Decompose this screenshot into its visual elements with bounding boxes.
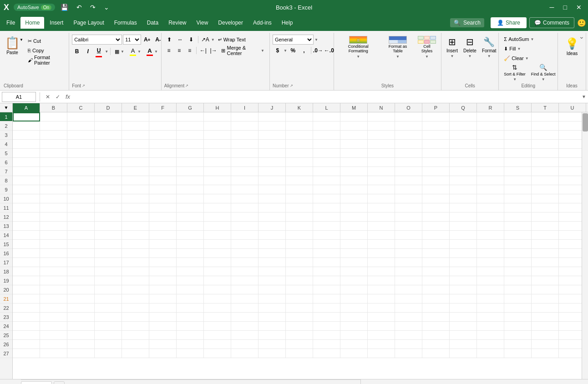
cell-I15[interactable] [231, 240, 259, 249]
menu-page-layout[interactable]: Page Layout [69, 17, 108, 29]
cell-D16[interactable] [95, 249, 122, 258]
cell-K1[interactable] [286, 112, 313, 121]
cell-B14[interactable] [40, 231, 67, 240]
cell-D6[interactable] [95, 158, 122, 167]
cell-O18[interactable] [395, 267, 422, 276]
cell-E2[interactable] [122, 121, 149, 131]
cell-K17[interactable] [286, 258, 313, 267]
cell-A15[interactable] [13, 240, 40, 249]
cell-T5[interactable] [532, 149, 559, 158]
cell-reference-input[interactable] [2, 92, 36, 102]
cell-A17[interactable] [13, 258, 40, 267]
cell-B21[interactable] [40, 294, 67, 303]
cell-Q15[interactable] [450, 240, 477, 249]
italic-button[interactable]: I [83, 46, 93, 56]
cell-A8[interactable] [13, 176, 40, 185]
format-dropdown[interactable]: ▼ [487, 54, 491, 58]
cell-O19[interactable] [395, 276, 422, 285]
cell-I14[interactable] [231, 231, 259, 240]
cell-S1[interactable] [504, 112, 532, 121]
cell-J15[interactable] [259, 240, 286, 249]
cell-P12[interactable] [422, 212, 450, 222]
cell-A25[interactable] [13, 331, 40, 340]
row-num-21[interactable]: 21 [0, 294, 12, 303]
cell-U27[interactable] [559, 349, 582, 358]
cell-P22[interactable] [422, 303, 450, 313]
decrease-font-button[interactable]: A- [153, 35, 163, 45]
cell-T26[interactable] [532, 340, 559, 349]
row-num-27[interactable]: 27 [0, 349, 12, 358]
cell-S18[interactable] [504, 267, 532, 276]
cell-Q5[interactable] [450, 149, 477, 158]
cell-O13[interactable] [395, 222, 422, 231]
cell-G18[interactable] [177, 267, 204, 276]
cell-H5[interactable] [204, 149, 231, 158]
cell-B12[interactable] [40, 212, 67, 222]
underline-button[interactable]: U [94, 45, 104, 57]
cell-O25[interactable] [395, 331, 422, 340]
cell-L18[interactable] [313, 267, 340, 276]
cell-O17[interactable] [395, 258, 422, 267]
cell-E26[interactable] [122, 340, 149, 349]
cell-K25[interactable] [286, 331, 313, 340]
cell-M13[interactable] [340, 222, 368, 231]
cell-M23[interactable] [340, 313, 368, 322]
cell-L6[interactable] [313, 158, 340, 167]
cell-S13[interactable] [504, 222, 532, 231]
cell-B24[interactable] [40, 322, 67, 331]
cell-A19[interactable] [13, 276, 40, 285]
fill-dropdown[interactable]: ▼ [517, 47, 521, 51]
cell-J17[interactable] [259, 258, 286, 267]
cell-S17[interactable] [504, 258, 532, 267]
cell-L11[interactable] [313, 203, 340, 212]
cell-H14[interactable] [204, 231, 231, 240]
cell-L19[interactable] [313, 276, 340, 285]
cell-K12[interactable] [286, 212, 313, 222]
cell-U20[interactable] [559, 285, 582, 294]
cell-Q25[interactable] [450, 331, 477, 340]
row-num-17[interactable]: 17 [0, 258, 12, 267]
cell-L1[interactable] [313, 112, 340, 121]
cell-S19[interactable] [504, 276, 532, 285]
cell-I9[interactable] [231, 185, 259, 194]
menu-review[interactable]: Review [164, 17, 191, 29]
cell-I5[interactable] [231, 149, 259, 158]
cell-J24[interactable] [259, 322, 286, 331]
cell-D9[interactable] [95, 185, 122, 194]
cell-E6[interactable] [122, 158, 149, 167]
cell-Q1[interactable] [450, 112, 477, 121]
cell-R11[interactable] [477, 203, 504, 212]
cell-Q21[interactable] [450, 294, 477, 303]
cell-S3[interactable] [504, 131, 532, 140]
row-num-23[interactable]: 23 [0, 313, 12, 322]
cell-L16[interactable] [313, 249, 340, 258]
row-num-24[interactable]: 24 [0, 322, 12, 331]
cell-N23[interactable] [368, 313, 395, 322]
cell-B1[interactable] [40, 112, 67, 121]
cell-C17[interactable] [67, 258, 95, 267]
cell-M20[interactable] [340, 285, 368, 294]
align-center-button[interactable]: ≡ [174, 45, 184, 56]
cell-R12[interactable] [477, 212, 504, 222]
cell-R13[interactable] [477, 222, 504, 231]
format-painter-button[interactable]: 🖌 Format Painter [25, 56, 66, 65]
cell-B11[interactable] [40, 203, 67, 212]
cell-M4[interactable] [340, 140, 368, 149]
cell-N9[interactable] [368, 185, 395, 194]
cell-J4[interactable] [259, 140, 286, 149]
align-bottom-button[interactable]: ⬇ [186, 35, 196, 45]
cell-N26[interactable] [368, 340, 395, 349]
col-header-M[interactable]: M [340, 103, 368, 112]
cell-C13[interactable] [67, 222, 95, 231]
cell-G25[interactable] [177, 331, 204, 340]
row-num-3[interactable]: 3 [0, 131, 12, 140]
cell-R4[interactable] [477, 140, 504, 149]
cell-F3[interactable] [149, 131, 177, 140]
cell-E4[interactable] [122, 140, 149, 149]
underline-dropdown[interactable]: ▼ [105, 50, 108, 54]
cell-P9[interactable] [422, 185, 450, 194]
cell-J12[interactable] [259, 212, 286, 222]
cell-E23[interactable] [122, 313, 149, 322]
cell-H4[interactable] [204, 140, 231, 149]
cell-U13[interactable] [559, 222, 582, 231]
